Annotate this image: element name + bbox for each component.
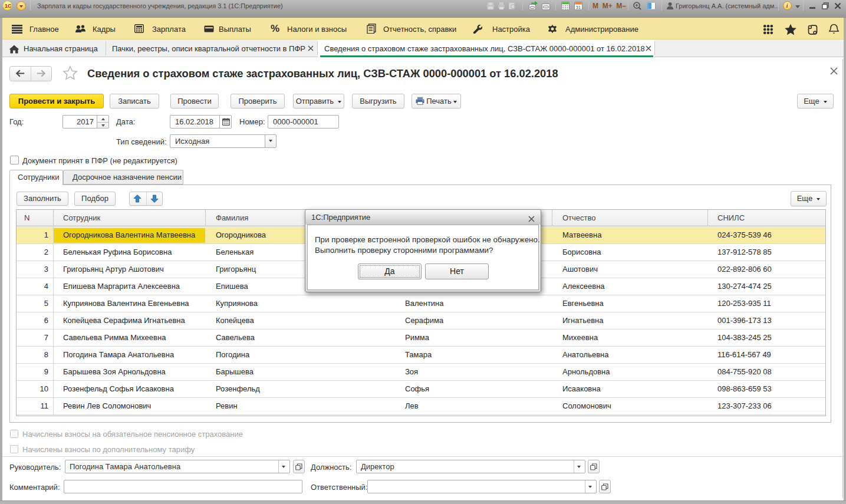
svg-text:31: 31 [576,5,581,10]
